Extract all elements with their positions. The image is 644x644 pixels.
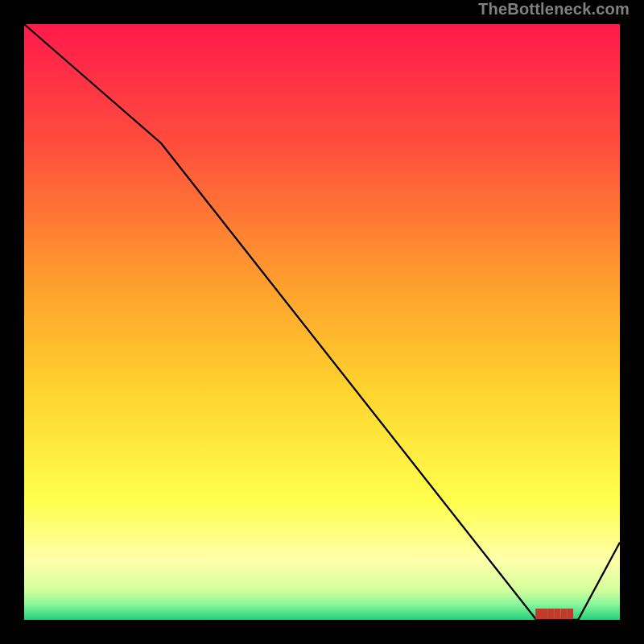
chart-frame: TheBottleneck.com ██████ (0, 0, 644, 644)
plot-area (24, 24, 620, 620)
bottleneck-chart: ██████ (0, 0, 644, 644)
optimal-range-marker: ██████ (535, 608, 573, 620)
